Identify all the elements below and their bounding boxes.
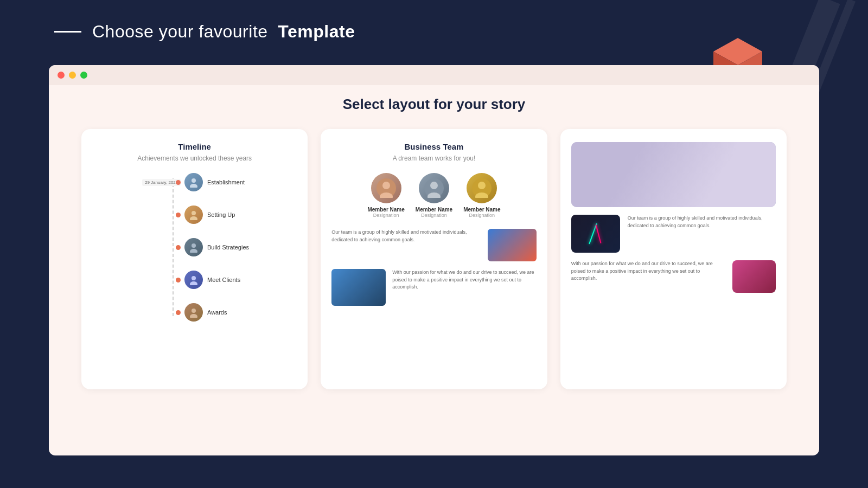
template-card-timeline[interactable]: Timeline Achievements we unlocked these … (81, 129, 308, 389)
timeline-item-5: Awards (98, 303, 291, 322)
timeline-dot-3 (176, 245, 181, 250)
header-title-normal: Choose your favourite (92, 22, 268, 41)
member-designation-1: Designation (367, 213, 404, 218)
browser-window: Select layout for your story Timeline Ac… (49, 65, 819, 455)
timeline-item-2: Setting Up (98, 206, 291, 224)
window-minimize-dot[interactable] (69, 72, 76, 79)
member-avatar-3 (467, 173, 497, 203)
timeline-avatar-4 (184, 271, 203, 289)
timeline-dot-1 (176, 180, 181, 185)
neon-line-2 (595, 224, 601, 243)
media-text-1: Our team is a group of highly skilled an… (628, 215, 776, 229)
team-image-1 (488, 229, 537, 261)
cards-grid: Timeline Achievements we unlocked these … (81, 129, 787, 389)
team-content-row-2: With our passion for what we do and our … (331, 269, 536, 306)
team-image-2 (331, 269, 386, 306)
timeline-avatar-1 (184, 173, 203, 191)
timeline-date-1: 29 January, 2021 (142, 179, 181, 186)
pink-image (732, 260, 776, 293)
member-designation-2: Designation (416, 213, 452, 218)
svg-point-6 (190, 184, 197, 188)
window-close-dot[interactable] (58, 72, 65, 79)
media-text-2: With our passion for what we do and our … (571, 260, 725, 282)
header: Choose your favourite Template (54, 22, 355, 42)
svg-point-12 (190, 281, 197, 285)
timeline-item-3: Build Strategies (98, 238, 291, 256)
browser-content: Select layout for your story Timeline Ac… (49, 85, 819, 406)
member-avatar-2 (419, 173, 449, 203)
media-thumb-neon (571, 215, 620, 253)
team-member-1: Member Name Designation (367, 173, 404, 218)
page-title: Select layout for your story (81, 96, 787, 113)
team-member-3: Member Name Designation (463, 173, 500, 218)
member-name-3: Member Name (463, 207, 500, 213)
member-name-1: Member Name (367, 207, 404, 213)
timeline-dot-2 (176, 213, 181, 217)
member-avatar-1 (371, 173, 401, 203)
svg-point-11 (192, 276, 196, 280)
card-team-subtitle: A dream team works for you! (331, 155, 536, 162)
timeline-body: 29 January, 2021 Establishment Set (92, 173, 297, 322)
card-team-title: Business Team (331, 142, 536, 151)
svg-point-14 (190, 314, 197, 318)
blue-image (331, 269, 386, 306)
svg-point-13 (192, 309, 196, 313)
timeline-label-4: Meet Clients (207, 277, 240, 283)
media-row-1: Our team is a group of highly skilled an… (571, 215, 776, 253)
template-card-business-team[interactable]: Business Team A dream team works for you… (321, 129, 547, 389)
timeline-avatar-3 (184, 238, 203, 256)
media-thumb-pink (732, 260, 776, 293)
timeline-label-5: Awards (207, 309, 227, 316)
template-card-media[interactable]: ▶ Our team is a group of highly skilled … (560, 129, 787, 389)
timeline-item-1: 29 January, 2021 Establishment (98, 173, 291, 191)
svg-point-10 (190, 249, 197, 253)
timeline-label-3: Build Strategies (207, 244, 249, 251)
svg-point-9 (192, 243, 196, 248)
card-timeline-subtitle: Achievements we unlocked these years (92, 155, 297, 162)
team-text-2: With our passion for what we do and our … (392, 269, 536, 291)
svg-point-7 (192, 211, 196, 215)
card-timeline-title: Timeline (92, 142, 297, 151)
header-title-bold: Template (278, 22, 355, 41)
timeline-avatar-5 (184, 303, 203, 322)
timeline-label-2: Setting Up (207, 211, 235, 218)
member-name-2: Member Name (416, 207, 452, 213)
svg-point-5 (192, 178, 196, 183)
team-content-row-1: Our team is a group of highly skilled an… (331, 229, 536, 261)
team-text-1: Our team is a group of highly skilled an… (331, 229, 481, 243)
svg-point-8 (190, 216, 197, 220)
video-thumbnail[interactable]: ▶ (571, 142, 776, 207)
svg-point-19 (430, 182, 438, 189)
svg-point-16 (382, 182, 390, 189)
window-maximize-dot[interactable] (80, 72, 87, 79)
timeline-item-4: Meet Clients (98, 271, 291, 289)
video-bg (571, 142, 776, 207)
timeline-dot-5 (176, 310, 181, 315)
team-member-2: Member Name Designation (416, 173, 452, 218)
team-members-row: Member Name Designation Member Name Desi… (331, 173, 536, 218)
header-line (54, 31, 81, 33)
member-designation-3: Designation (463, 213, 500, 218)
header-title: Choose your favourite Template (92, 22, 355, 42)
browser-chrome (49, 65, 819, 85)
colorful-image (488, 229, 537, 261)
timeline-label-1: Establishment (207, 179, 245, 185)
svg-point-22 (478, 182, 486, 189)
timeline-dot-4 (176, 278, 181, 282)
neon-image (571, 215, 620, 253)
timeline-avatar-2 (184, 206, 203, 224)
media-row-2: With our passion for what we do and our … (571, 260, 776, 293)
